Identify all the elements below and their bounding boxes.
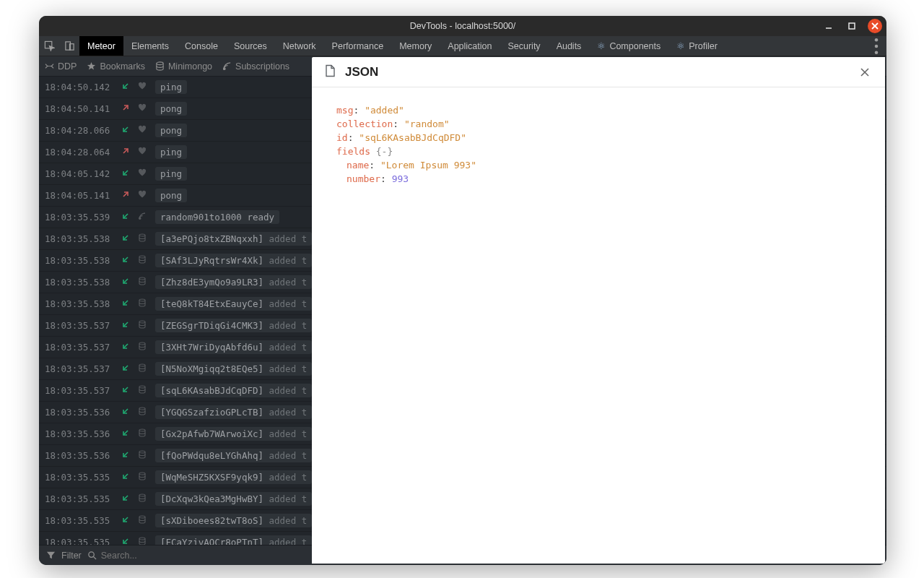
tab-profiler[interactable]: ⚛Profiler <box>668 36 725 56</box>
log-timestamp: 18:03:35.537 <box>45 385 113 396</box>
maximize-button[interactable] <box>845 19 859 33</box>
log-message: ping <box>155 145 187 159</box>
tab-memory[interactable]: Memory <box>391 36 440 56</box>
log-timestamp: 18:03:35.537 <box>45 320 113 331</box>
tab-application[interactable]: Application <box>440 36 500 56</box>
svg-point-27 <box>139 538 145 540</box>
tab-performance[interactable]: Performance <box>324 36 392 56</box>
tab-meteor[interactable]: Meteor <box>79 36 123 56</box>
database-icon <box>138 255 148 266</box>
arrow-in-icon <box>121 233 131 244</box>
log-message: ping <box>155 167 187 181</box>
svg-point-8 <box>875 44 879 48</box>
subscription-icon <box>138 212 148 223</box>
log-message: pong <box>155 189 187 202</box>
log-timestamp: 18:03:35.538 <box>45 277 113 288</box>
heart-icon <box>138 190 148 201</box>
close-panel-button[interactable] <box>856 64 873 81</box>
svg-point-10 <box>157 62 163 65</box>
tab-console[interactable]: Console <box>177 36 226 56</box>
search-icon <box>87 551 97 560</box>
svg-point-15 <box>139 277 145 280</box>
more-options-icon[interactable] <box>866 36 886 56</box>
log-message: [YGQGSzafzioGPLcTB] added t <box>155 405 312 419</box>
svg-point-16 <box>139 299 145 301</box>
log-timestamp: 18:03:35.536 <box>45 450 113 461</box>
svg-point-12 <box>139 217 141 219</box>
arrow-in-icon <box>121 407 131 418</box>
arrow-out-icon <box>121 190 131 201</box>
arrow-in-icon <box>121 320 131 331</box>
svg-point-21 <box>139 407 145 410</box>
heart-icon <box>138 125 148 136</box>
tab-elements[interactable]: Elements <box>123 36 177 56</box>
svg-point-14 <box>139 256 145 258</box>
log-timestamp: 18:03:35.537 <box>45 342 113 353</box>
log-message: [sXDiboees82twT8oS] added t <box>155 514 312 527</box>
subscriptions-tab[interactable]: Subscriptions <box>222 61 289 72</box>
minimize-button[interactable] <box>821 19 836 33</box>
document-icon <box>323 64 336 80</box>
react-icon: ⚛ <box>676 40 685 51</box>
log-timestamp: 18:04:05.142 <box>45 168 113 179</box>
bookmarks-tab[interactable]: Bookmarks <box>87 61 145 72</box>
svg-point-25 <box>139 494 145 496</box>
svg-point-24 <box>139 473 145 475</box>
svg-point-28 <box>89 552 94 557</box>
database-icon <box>138 342 148 353</box>
json-body: msg: "added" collection: "random" id: "s… <box>312 87 885 202</box>
svg-point-11 <box>224 68 225 69</box>
filter-label[interactable]: Filter <box>61 551 82 561</box>
log-timestamp: 18:04:50.141 <box>45 103 113 114</box>
search-input[interactable] <box>101 551 188 561</box>
arrow-in-icon <box>121 515 131 526</box>
log-message: [N5NoXMgiqq2t8EQe5] added t <box>155 362 312 376</box>
log-message: [WqMeSHZ5KXSF9yqk9] added t <box>155 470 312 484</box>
log-message: [Zhz8dE3ymQo9a9LR3] added t <box>155 275 312 289</box>
log-timestamp: 18:04:28.064 <box>45 147 113 158</box>
svg-point-22 <box>139 429 145 431</box>
tab-network[interactable]: Network <box>275 36 324 56</box>
arrow-out-icon <box>121 147 131 158</box>
svg-point-26 <box>139 516 145 518</box>
filter-icon[interactable] <box>46 551 56 560</box>
heart-icon <box>138 168 148 179</box>
heart-icon <box>138 147 148 158</box>
log-message: [DcXqw3kQea3MgHwBY] added t <box>155 492 312 506</box>
database-icon <box>138 233 148 244</box>
svg-point-18 <box>139 342 145 345</box>
inspect-element-icon[interactable] <box>39 36 59 56</box>
close-button[interactable] <box>868 19 882 33</box>
svg-line-29 <box>93 556 96 559</box>
arrow-in-icon <box>121 537 131 545</box>
database-icon <box>138 407 148 418</box>
log-message: [FCaYzivAQCr8oPTnT] added t <box>155 535 312 545</box>
svg-point-19 <box>139 364 145 366</box>
ddp-tab[interactable]: DDP <box>45 61 77 72</box>
log-message: [ZEGSgrTDiqGi4CMK3] added t <box>155 319 312 332</box>
log-message: [3XHt7WriDyqAbfd6u] added t <box>155 340 312 354</box>
log-timestamp: 18:03:35.538 <box>45 255 113 266</box>
arrow-in-icon <box>121 168 131 179</box>
tab-sources[interactable]: Sources <box>226 36 275 56</box>
tab-audits[interactable]: Audits <box>549 36 590 56</box>
tab-components[interactable]: ⚛Components <box>589 36 668 56</box>
arrow-out-icon <box>121 103 131 114</box>
svg-point-7 <box>875 38 879 41</box>
database-icon <box>138 298 148 309</box>
tab-security[interactable]: Security <box>500 36 548 56</box>
device-toolbar-icon[interactable] <box>59 36 79 56</box>
json-panel-title: JSON <box>345 65 378 79</box>
log-message: [sqL6KAsabBJdCqDFD] added t <box>155 384 312 397</box>
log-timestamp: 18:03:35.539 <box>45 212 113 223</box>
log-message: [Gx2pAfwb7WArwoiXc] added t <box>155 427 312 441</box>
svg-point-9 <box>875 51 879 54</box>
arrow-in-icon <box>121 450 131 461</box>
json-panel-header: JSON <box>312 57 885 87</box>
svg-point-17 <box>139 321 145 323</box>
log-message: [teQ8kT84EtxEauyCe] added t <box>155 297 312 311</box>
log-timestamp: 18:03:35.536 <box>45 407 113 418</box>
minimongo-tab[interactable]: Minimongo <box>155 61 212 72</box>
log-timestamp: 18:03:35.535 <box>45 537 113 545</box>
arrow-in-icon <box>121 125 131 136</box>
